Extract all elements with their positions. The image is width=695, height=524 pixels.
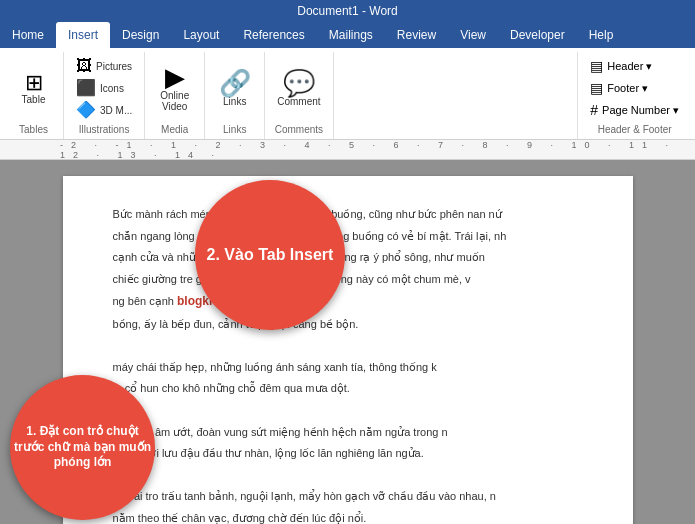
bubble-2-text: 2. Vào Tab Insert (207, 245, 334, 266)
video-label: OnlineVideo (160, 90, 189, 112)
ribbon-group-media: ▶ OnlineVideo Media (145, 52, 205, 139)
menu-mailings[interactable]: Mailings (317, 22, 385, 48)
menu-references[interactable]: References (231, 22, 316, 48)
para-11: muốn với lưu đậu đầu thư nhàn, lộng lốc … (113, 445, 583, 463)
illustrations-group-label: Illustrations (79, 124, 130, 135)
3d-models-button[interactable]: 🔷 3D M... (72, 100, 136, 120)
ribbon-group-comments: 💬 Comment Comments (265, 52, 333, 139)
ribbon-group-tables: ⊞ Table Tables (4, 52, 64, 139)
comments-group-label: Comments (275, 124, 323, 135)
online-video-button[interactable]: ▶ OnlineVideo (156, 62, 193, 114)
menu-review[interactable]: Review (385, 22, 448, 48)
footer-label: Footer ▾ (607, 82, 648, 95)
tables-group-label: Tables (19, 124, 48, 135)
title-text: Document1 - Word (297, 4, 397, 18)
menu-design[interactable]: Design (110, 22, 171, 48)
callout-bubble-1: 1. Đặt con trỏ chuột trước chữ mà bạn mu… (10, 375, 155, 520)
para-12 (113, 467, 583, 485)
document-text: Bức mành rách mép lướt thướt rũ ngoài cử… (113, 206, 583, 524)
header-button[interactable]: ▤ Header ▾ (586, 56, 683, 76)
page-number-label: Page Number ▾ (602, 104, 679, 117)
menu-bar: Home Insert Design Layout References Mai… (0, 22, 695, 48)
menu-home[interactable]: Home (0, 22, 56, 48)
pictures-button[interactable]: 🖼 Pictures (72, 56, 136, 76)
para-0: Bức mành rách mép lướt thướt rũ ngoài cử… (113, 206, 583, 224)
comment-button[interactable]: 💬 Comment (273, 68, 324, 109)
links-label: Links (223, 96, 246, 107)
links-button[interactable]: 🔗 Links (215, 68, 255, 109)
icons-icon: ⬛ (76, 80, 96, 96)
3d-label: 3D M... (100, 105, 132, 116)
footer-button[interactable]: ▤ Footer ▾ (586, 78, 683, 98)
3d-icon: 🔷 (76, 102, 96, 118)
ribbon: ⊞ Table Tables 🖼 Pictures ⬛ Icons 🔷 3D M… (0, 48, 695, 140)
para-9 (113, 402, 583, 420)
pictures-icon: 🖼 (76, 58, 92, 74)
header-label: Header ▾ (607, 60, 652, 73)
para-4: ng bên cạnh blogkienthuctinhoc.com (113, 292, 583, 311)
para-14: nằm theo thế chân vạc, đương chờ đến lúc… (113, 510, 583, 524)
ruler: -2 · -1 · 1 · 2 · 3 · 4 · 5 · 6 · 7 · 8 … (0, 140, 695, 160)
table-label: Table (22, 94, 46, 105)
icons-label: Icons (100, 83, 124, 94)
para-10: ùi giọng âm ướt, đoàn vung sứt miệng hền… (113, 424, 583, 442)
header-icon: ▤ (590, 58, 603, 74)
para-13: ên bãi tro trấu tanh bảnh, nguội lạnh, m… (113, 488, 583, 506)
media-group-label: Media (161, 124, 188, 135)
para-1: chắn ngang lòng nhà, đều hết sức giữ cho… (113, 228, 583, 246)
para-6 (113, 337, 583, 355)
links-group-label: Links (223, 124, 246, 135)
ribbon-group-links: 🔗 Links Links (205, 52, 265, 139)
page-number-button[interactable]: # Page Number ▾ (586, 100, 683, 120)
menu-insert[interactable]: Insert (56, 22, 110, 48)
para-2: cạnh cửa và những lò thùng ở chân phên l… (113, 249, 583, 267)
document-area: Bức mành rách mép lướt thướt rũ ngoài cử… (0, 160, 695, 524)
comment-label: Comment (277, 96, 320, 107)
para-5: bồng, ấy là bếp đun, cảnh tượng lại càng… (113, 316, 583, 334)
links-icon: 🔗 (219, 70, 251, 96)
ruler-numbers: -2 · -1 · 1 · 2 · 3 · 4 · 5 · 6 · 7 · 8 … (0, 140, 695, 160)
icons-button[interactable]: ⬛ Icons (72, 78, 128, 98)
header-footer-group-label: Header & Footer (586, 124, 683, 135)
menu-developer[interactable]: Developer (498, 22, 577, 48)
para-3: chiếc giường tre gẫy giát, kể giáp bức b… (113, 271, 583, 289)
ribbon-group-header-footer: ▤ Header ▾ ▤ Footer ▾ # Page Number ▾ He… (577, 52, 691, 139)
title-bar: Document1 - Word (0, 0, 695, 22)
table-button[interactable]: ⊞ Table (16, 70, 52, 107)
pictures-label: Pictures (96, 61, 132, 72)
table-icon: ⊞ (25, 72, 43, 94)
page-number-icon: # (590, 102, 598, 118)
ribbon-group-illustrations: 🖼 Pictures ⬛ Icons 🔷 3D M... Illustratio… (64, 52, 145, 139)
menu-layout[interactable]: Layout (171, 22, 231, 48)
comment-icon: 💬 (283, 70, 315, 96)
menu-help[interactable]: Help (577, 22, 626, 48)
para-4-text: ng bên cạnh (113, 295, 174, 307)
video-icon: ▶ (165, 64, 185, 90)
para-8: n, cổ hun cho khô những chỗ đêm qua mưa … (113, 380, 583, 398)
menu-view[interactable]: View (448, 22, 498, 48)
callout-bubble-2: 2. Vào Tab Insert (195, 180, 345, 330)
footer-icon: ▤ (590, 80, 603, 96)
bubble-1-text: 1. Đặt con trỏ chuột trước chữ mà bạn mu… (10, 424, 155, 471)
para-7: máy chái thấp hẹp, những luồng ánh sáng … (113, 359, 583, 377)
